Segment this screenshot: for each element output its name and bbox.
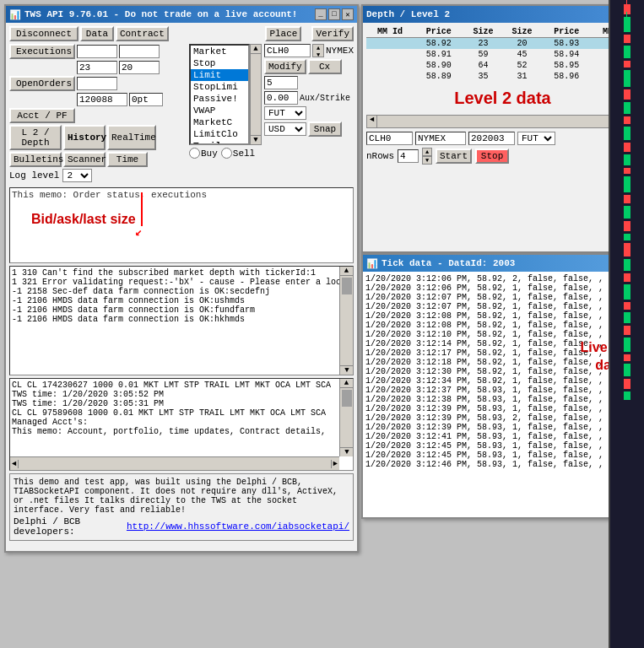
acct-pf-button[interactable]: Acct / PF xyxy=(9,108,75,123)
fut-select[interactable]: FUT xyxy=(264,106,306,120)
price2-field[interactable]: 58.93 xyxy=(119,45,160,58)
modify-button[interactable]: Modify xyxy=(264,59,306,74)
tws-restore-btn[interactable]: □ xyxy=(328,8,340,20)
depth-size-l: 35 xyxy=(463,71,502,82)
depth-date-input[interactable] xyxy=(468,132,515,145)
start-button[interactable]: Start xyxy=(436,148,472,164)
log-level-select[interactable]: 213 xyxy=(62,169,92,182)
price1-field[interactable]: 58.92 xyxy=(77,45,117,58)
trade-line: TWS time: 1/20/2020 3:05:52 PM xyxy=(12,390,351,399)
trades-v-scrollbar[interactable]: ▲ ▼ xyxy=(339,379,353,456)
level2-annotation: Level 2 data xyxy=(366,89,639,108)
contract-button[interactable]: Contract xyxy=(116,26,169,41)
openorders-button[interactable]: OpenOrders xyxy=(9,76,75,91)
trades-h-scrollbar[interactable]: ◄ ► xyxy=(10,456,339,470)
info-area: This demo and test app, was built using … xyxy=(9,473,354,541)
sell-radio[interactable] xyxy=(221,148,232,159)
depth-nrows-row: nRows ▲ ▼ Start Stop xyxy=(366,148,639,165)
scanner-button[interactable]: Scanner xyxy=(63,152,106,167)
tws-close-btn[interactable]: ✕ xyxy=(342,8,354,20)
qty3-field[interactable] xyxy=(77,93,127,106)
messages-scrollbar[interactable]: ▲ ▼ xyxy=(339,267,353,375)
stop-button[interactable]: Stop xyxy=(475,148,509,164)
depth-h-scrollbar[interactable]: ◄ ► xyxy=(366,115,639,128)
tick-data-line: 1/20/2020 3:12:39 PM, 58.93, 1, false, f… xyxy=(365,423,640,432)
depth-price-r: 58.95 xyxy=(542,60,592,71)
trade-line: This memo: Account, portfolio, time upda… xyxy=(12,427,351,436)
depth-controls: FUT xyxy=(366,132,639,145)
order-type-scrollbar[interactable]: ▲ ▼ xyxy=(250,44,262,145)
tick-title-bar: 📊 Tick data - DataId: 2003 xyxy=(363,255,642,272)
ticker-input[interactable] xyxy=(264,44,311,57)
qty1-field[interactable] xyxy=(77,61,117,74)
bidask-annotation: Bid/ask/last size xyxy=(31,212,136,227)
qty2-field[interactable] xyxy=(119,61,160,74)
price3-field[interactable]: 58.92 xyxy=(77,77,117,90)
info-link[interactable]: http://www.hhssoftware.com/iabsocketapi/ xyxy=(127,521,349,532)
order-type-vwap[interactable]: VWAP xyxy=(191,105,248,116)
usd-select[interactable]: USD xyxy=(264,122,306,136)
realtime-button[interactable]: RealTime xyxy=(107,125,156,150)
buy-radio[interactable] xyxy=(189,148,200,159)
bulletins-button[interactable]: Bulletins xyxy=(9,152,62,167)
message-line: -1 2106 HMDS data farm connection is OK:… xyxy=(12,315,351,324)
aux-field[interactable] xyxy=(264,91,298,105)
aux-label: Aux/Strike xyxy=(300,94,350,103)
tick-data-line: 1/20/2020 3:12:38 PM, 58.93, 1, false, f… xyxy=(365,395,640,404)
history-button[interactable]: History xyxy=(63,125,106,150)
ticker-scrollbar[interactable]: ▲ ▼ xyxy=(312,44,324,57)
buy-label: Buy xyxy=(201,148,218,159)
order-type-market[interactable]: Market xyxy=(191,46,248,57)
exchange-label: NYMEX xyxy=(326,46,354,56)
tick-title: Tick data - DataId: 2003 xyxy=(382,258,639,268)
depth-title-bar: Depth / Level 2 ✕ xyxy=(363,6,642,23)
depth-price-l: 58.89 xyxy=(414,71,463,82)
tick-window: 📊 Tick data - DataId: 2003 1/20/2020 3:1… xyxy=(361,253,644,519)
tick-data-line: 1/20/2020 3:12:34 PM, 58.92, 1, false, f… xyxy=(365,376,640,386)
opt-field[interactable] xyxy=(129,93,163,106)
order-type-limitclo[interactable]: LimitClo xyxy=(191,128,248,140)
order-type-passive[interactable]: Passive! xyxy=(191,93,248,105)
nrows-spinner[interactable]: ▲ ▼ xyxy=(422,148,432,165)
cx-button[interactable]: Cx xyxy=(308,59,342,74)
tick-data-line: 1/20/2020 3:12:39 PM, 58.93, 2, false, f… xyxy=(365,413,640,423)
order-type-stop[interactable]: Stop xyxy=(191,57,248,69)
info-text2: Delphi / BCB developers: xyxy=(14,516,125,537)
message-line: -1 2158 Sec-def data farm connection is … xyxy=(12,287,351,296)
order-type-limit[interactable]: Limit xyxy=(191,69,248,81)
depth-ticker-input[interactable] xyxy=(366,132,413,145)
depth-price-r: 58.93 xyxy=(542,38,592,50)
depth-mm-id-l xyxy=(366,38,414,50)
chart-area xyxy=(609,0,644,648)
depth-size-l: 64 xyxy=(463,60,502,71)
tick-data-line: 1/20/2020 3:12:07 PM, 58.92, 1, false, f… xyxy=(365,302,640,311)
num-field[interactable] xyxy=(264,76,298,89)
order-type-stoplimit[interactable]: StopLimi xyxy=(191,81,248,93)
order-type-trail[interactable]: Trail xyxy=(191,140,248,145)
col-size-r: Size xyxy=(502,26,541,38)
trades-container: CL CL 174230627 1000 0.01 MKT LMT STP TR… xyxy=(12,381,351,436)
l2-depth-button[interactable]: L 2 / Depth xyxy=(9,125,62,150)
executions-button[interactable]: Executions xyxy=(9,44,75,59)
sell-label: Sell xyxy=(233,148,255,159)
order-type-marketc[interactable]: MarketC xyxy=(191,116,248,128)
snap-button[interactable]: Snap xyxy=(308,122,342,137)
verify-button[interactable]: Verify xyxy=(311,26,354,41)
time-button[interactable]: Time xyxy=(107,152,148,167)
depth-exchange-input[interactable] xyxy=(415,132,466,145)
tws-title-bar: 📊 TWS API 9.76.01 - Do not trade on a li… xyxy=(6,6,357,23)
tws-window: 📊 TWS API 9.76.01 - Do not trade on a li… xyxy=(4,4,359,553)
col-price-r: Price xyxy=(542,26,592,38)
place-button[interactable]: Place xyxy=(265,26,301,41)
tick-data-line: 1/20/2020 3:12:06 PM, 58.92, 2, false, f… xyxy=(365,274,640,284)
order-type-list: Market Stop Limit StopLimi Passive! VWAP… xyxy=(189,44,250,145)
tws-minimize-btn[interactable]: _ xyxy=(315,8,327,20)
tws-title-buttons: _ □ ✕ xyxy=(315,8,354,20)
depth-price-r: 58.94 xyxy=(542,49,592,60)
disconnect-button[interactable]: Disconnect xyxy=(9,26,78,41)
nrows-input[interactable] xyxy=(398,149,419,163)
depth-type-select[interactable]: FUT xyxy=(517,132,555,145)
tick-data-line: 1/20/2020 3:12:46 PM, 58.93, 1, false, f… xyxy=(365,460,640,469)
data-button[interactable]: Data xyxy=(80,26,114,41)
depth-price-l: 58.91 xyxy=(414,49,463,60)
